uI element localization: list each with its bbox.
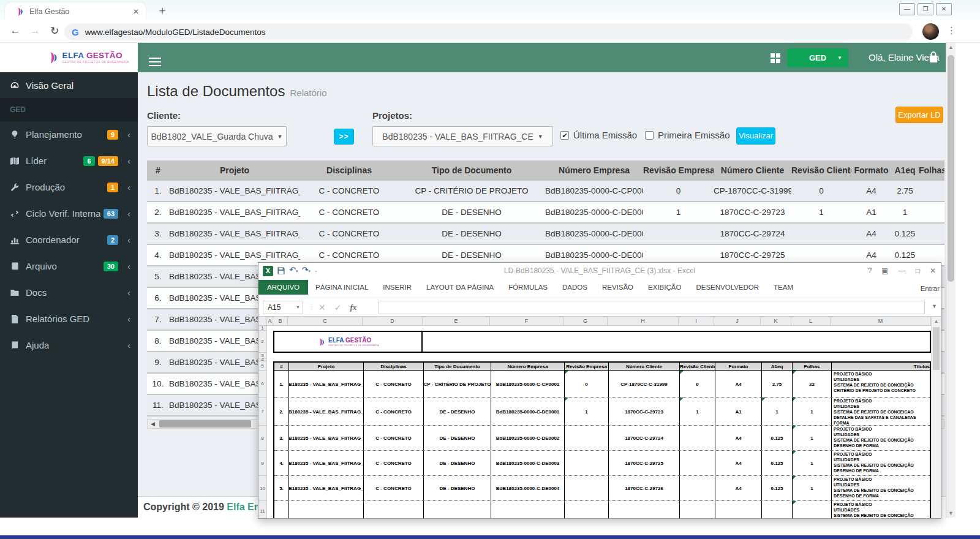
scroll-up-icon[interactable]: ▲ <box>946 44 956 50</box>
ribbon-tab-exibicao[interactable]: EXIBIÇÃO <box>641 280 688 295</box>
sheet-cell[interactable]: DE - DESENHO <box>424 476 491 501</box>
sidebar-item-arquivo[interactable]: Arquivo30‹ <box>0 253 138 279</box>
sheet-cell[interactable]: 1 <box>793 501 832 518</box>
ribbon-tab-inserir[interactable]: INSERIR <box>375 280 419 295</box>
sheet-cell[interactable] <box>680 501 715 518</box>
undo-icon[interactable]: ↶▾ <box>289 266 298 276</box>
transfer-button[interactable]: >> <box>334 129 354 145</box>
lock-icon[interactable] <box>929 51 938 63</box>
row-header-9[interactable]: 9 <box>258 451 266 476</box>
column-header-k[interactable]: K <box>761 317 791 325</box>
ultima-emissao-option[interactable]: Última Emissão <box>560 130 637 140</box>
sheet-cell[interactable]: DE - DESENHO <box>424 426 491 451</box>
sheet-cell[interactable]: BdB180235-0000-C-DE0004 <box>491 476 565 501</box>
ribbon-tab-arquivo[interactable]: ARQUIVO <box>258 280 308 295</box>
row-header-1[interactable]: 1 <box>258 326 266 331</box>
sheet-cell[interactable]: 1870CC-C-29726 <box>609 476 680 501</box>
sheet-cell[interactable]: 22 <box>793 371 832 398</box>
row-header-2[interactable]: 2 <box>258 331 266 353</box>
sheet-cell[interactable]: DE - DESENHO <box>424 451 491 476</box>
primeira-emissao-option[interactable]: Primeira Emissão <box>645 130 730 140</box>
sheet-cell[interactable]: 1 <box>565 398 609 426</box>
sheet-cell[interactable]: 2. <box>274 398 289 426</box>
visualizar-button[interactable]: Visualizar <box>736 127 775 145</box>
row-header-8[interactable]: 8 <box>258 426 266 451</box>
sheet-cell[interactable]: C - CONCRETO <box>364 476 424 501</box>
sheet-cell[interactable]: 1870CC-C-29723 <box>609 398 680 426</box>
scroll-up-icon[interactable]: ▲ <box>932 318 941 324</box>
scroll-left-icon[interactable]: ◀ <box>148 421 158 427</box>
column-header-j[interactable]: J <box>714 317 761 325</box>
browser-profile-avatar[interactable] <box>922 23 939 40</box>
sheet-cell[interactable]: 0.125 <box>762 451 793 476</box>
table-row[interactable]: 2.BdB180235 - VALE_BAS_FIITRAG_CEC - CON… <box>147 202 944 224</box>
sheet-cell[interactable] <box>680 476 715 501</box>
scrollbar-thumb[interactable] <box>933 327 940 370</box>
sidebar-item-visao-geral[interactable]: Visão Geral <box>0 72 138 98</box>
browser-menu-icon[interactable]: ⋮ <box>947 25 956 36</box>
sidebar-item-lider[interactable]: Líder69/14‹ <box>0 148 138 174</box>
row-header-10[interactable]: 10 <box>258 476 266 501</box>
sheet-cell[interactable]: 0.125 <box>762 426 793 451</box>
refresh-button[interactable]: ↻ <box>48 24 61 37</box>
projetos-select[interactable]: BdB180235 - VALE_BAS_FIITRAG_CE▼ <box>372 126 553 146</box>
sheet-cell[interactable]: A1 <box>715 398 762 426</box>
sheet-cell[interactable] <box>565 426 609 451</box>
address-bar[interactable]: G www.elfagestao/ModuloGED/ListadeDocume… <box>64 23 913 40</box>
sheet-cell[interactable]: 2.75 <box>762 371 793 398</box>
sheet-cell[interactable]: BdB180235 - VALE_BAS_FIITRAG_CE <box>289 398 364 426</box>
sheet-cell[interactable]: C - CONCRETO <box>364 451 424 476</box>
row-header-11[interactable]: 11 <box>258 501 266 518</box>
row-header-5[interactable]: 5 <box>258 361 266 371</box>
sheet-cell[interactable]: A4 <box>715 476 762 501</box>
sidebar-item-ciclo-verif-interna[interactable]: Ciclo Verif. Interna63‹ <box>0 200 138 227</box>
excel-titlebar[interactable]: X ↶▾ ↷▾ ⌄ LD-BdB180235 - VALE_BAS_FIITRA… <box>258 263 941 279</box>
sidebar-item-docs[interactable]: Docs‹ <box>0 279 138 306</box>
primeira-emissao-checkbox[interactable] <box>645 131 654 140</box>
enter-icon[interactable]: ✓ <box>334 303 342 312</box>
sheet-cell[interactable] <box>565 501 609 518</box>
sheet-cell[interactable]: A4 <box>715 426 762 451</box>
insert-function-icon[interactable]: fx <box>350 303 356 312</box>
sheet-cell[interactable]: A4 <box>715 371 762 398</box>
sidebar-item-coordenador[interactable]: Coordenador2‹ <box>0 227 138 253</box>
sheet-cell[interactable]: BdB180235 - VALE_BAS_FIITRAG_CE <box>289 371 364 398</box>
customize-qat-icon[interactable]: ⌄ <box>314 268 318 273</box>
cliente-select[interactable]: BdB1802_VALE_Guarda Chuva▼ <box>147 126 287 146</box>
scroll-down-icon[interactable]: ▼ <box>946 510 956 516</box>
sidebar-item-relatorios-ged[interactable]: Relatórios GED‹ <box>0 306 138 332</box>
sheet-cell[interactable]: CP - CRITÉRIO DE PROJETO <box>424 371 491 398</box>
sheet-cell[interactable]: 5. <box>274 476 289 501</box>
sheet-cell[interactable] <box>680 426 715 451</box>
sheet-cell[interactable]: 1870CC-C-29724 <box>609 426 680 451</box>
module-select-button[interactable]: GED▼ <box>787 48 848 67</box>
sheet-cell[interactable]: 6. <box>274 501 289 518</box>
sheet-cell[interactable]: A4 <box>715 451 762 476</box>
sheet-cell[interactable]: 1 <box>680 398 715 426</box>
window-close-button[interactable]: ✕ <box>936 3 952 15</box>
sidebar-item-ajuda[interactable]: Ajuda‹ <box>0 332 138 358</box>
excel-maximize-button[interactable]: □ <box>916 266 920 275</box>
sheet-cell[interactable]: 3. <box>274 426 289 451</box>
excel-close-button[interactable]: ✕ <box>930 266 936 275</box>
save-icon[interactable] <box>277 266 285 275</box>
sheet-cell[interactable]: 1 <box>793 476 832 501</box>
ultima-emissao-checkbox[interactable] <box>560 131 569 140</box>
column-header-b[interactable]: B <box>273 317 288 325</box>
cell-name-box[interactable]: A15▼ <box>263 301 303 314</box>
column-header-d[interactable]: D <box>363 317 423 325</box>
window-restore-button[interactable]: ❐ <box>918 3 933 15</box>
sheet-cell[interactable]: BdB180235-0000-C-DE0005 <box>491 501 565 518</box>
sheet-cell[interactable]: BdB180235 - VALE_BAS_FIITRAG_CE <box>289 426 364 451</box>
sheet-cell[interactable]: C - CONCRETO <box>364 371 424 398</box>
sheet-cell[interactable] <box>680 451 715 476</box>
sheet-cell[interactable]: BdB180235-0000-C-DE0001 <box>491 398 565 426</box>
sheet-cell-titulos[interactable]: PROJETO BÁSICO UTILIDADES SISTEMA DE REJ… <box>832 426 930 451</box>
sheet-cell[interactable]: 0.125 <box>762 501 793 518</box>
sheet-cell[interactable]: 1870CC-C-29725 <box>609 451 680 476</box>
sheet-grid[interactable]: ELFA GESTÃO GESTÃO DE PROJETOS DE ENGENH… <box>267 326 931 518</box>
ribbon-tab-layout-da-pagina[interactable]: LAYOUT DA PÁGINA <box>419 280 501 295</box>
page-vertical-scrollbar[interactable]: ▲ ▼ <box>946 43 956 518</box>
sheet-cell[interactable]: C - CONCRETO <box>364 398 424 426</box>
ribbon-display-options-icon[interactable]: ▣ <box>881 266 888 275</box>
